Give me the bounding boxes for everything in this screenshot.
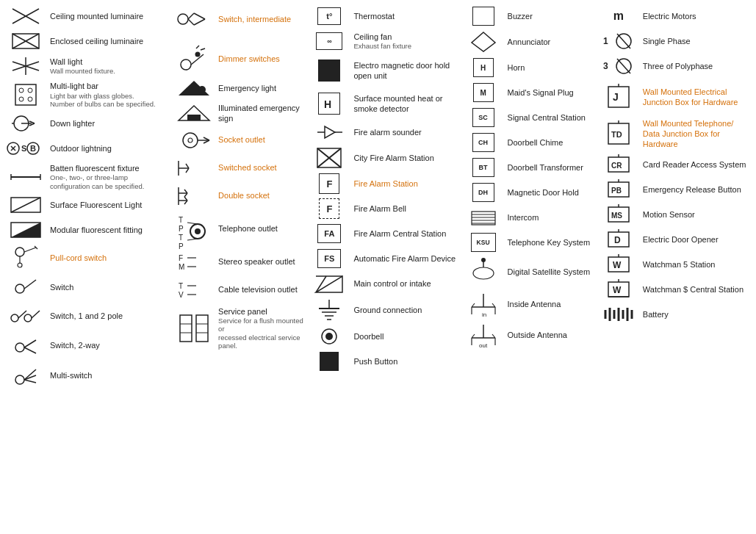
svg-line-85 xyxy=(187,223,198,224)
fire-alarm-station-label: Fire Alarm Station xyxy=(353,178,457,189)
surface-heat-label: Surface mounted heat or smoke detector xyxy=(353,93,457,115)
column-1: Ceiling mounted luminaire Enclosed ceili… xyxy=(3,6,171,389)
inside-antenna-icon: in xyxy=(464,291,503,317)
list-item: Multi-light bar Light bar with glass glo… xyxy=(6,81,168,109)
list-item: out Outside Antenna xyxy=(464,322,593,348)
buzzer-label: Buzzer xyxy=(508,11,593,21)
surface-heat-icon: H xyxy=(309,93,349,115)
switch-12pole-icon xyxy=(6,303,46,328)
outside-antenna-icon: out xyxy=(464,322,503,348)
list-item: Illuminated emergency sign xyxy=(174,103,303,124)
wall-light-icon xyxy=(6,56,46,76)
svg-text:F: F xyxy=(179,254,183,262)
ground-connection-label: Ground connection xyxy=(353,305,457,315)
svg-text:T: T xyxy=(179,216,183,224)
svg-line-51 xyxy=(188,19,194,25)
list-item: Switch, intermediate xyxy=(174,6,303,32)
magnetic-door-label: Magnetic Door Hold xyxy=(508,187,593,198)
ceiling-fan-icon: ∞ xyxy=(309,32,349,50)
svg-text:M: M xyxy=(179,263,184,271)
push-button-label: Push Button xyxy=(353,356,457,367)
city-fire-alarm-label: City Fire Alarm Station xyxy=(353,153,457,163)
svg-text:J: J xyxy=(613,91,619,103)
ceiling-luminaire-icon xyxy=(6,6,46,26)
horn-icon: H xyxy=(464,58,503,77)
signal-central-label: Signal Central Station xyxy=(508,112,593,123)
svg-text:V: V xyxy=(179,291,184,299)
surface-fluorescent-icon xyxy=(6,195,46,215)
dimmer-switches-icon xyxy=(174,44,214,73)
outside-antenna-label: Outside Antenna xyxy=(508,330,593,340)
svg-line-57 xyxy=(196,46,199,48)
column-3: t° Thermostat ∞ Ceiling fan Exhaust fan … xyxy=(306,6,460,389)
auto-fire-alarm-icon: FS xyxy=(309,249,349,268)
svg-point-63 xyxy=(183,133,198,148)
list-item: Switch, 2-way xyxy=(6,333,168,358)
battery-label: Battery xyxy=(643,309,750,320)
socket-outlet-icon xyxy=(174,129,214,152)
svg-point-56 xyxy=(195,52,201,57)
horn-label: Horn xyxy=(508,62,593,73)
multilight-bar-label: Multi-light bar Light bar with glass glo… xyxy=(50,81,168,108)
doorbell-chime-label: Doorbell Chime xyxy=(508,137,593,148)
electric-door-label: Electric Door Opener xyxy=(643,234,750,245)
list-item: Surface Fluorescent Light xyxy=(6,195,168,215)
double-socket-label: Double socket xyxy=(218,190,303,201)
list-item: F M Stereo speaker outlet xyxy=(174,250,303,274)
svg-point-42 xyxy=(15,343,24,352)
annunciator-icon xyxy=(464,31,503,53)
svg-line-70 xyxy=(186,164,189,168)
list-item: T V Cable television outlet xyxy=(174,278,303,302)
em-door-icon xyxy=(309,59,349,82)
list-item: Doorbell xyxy=(309,326,457,347)
svg-text:T: T xyxy=(179,234,183,242)
list-item: KSU Telephone Key System xyxy=(464,232,593,253)
list-item: Wall light Wall mounted fixture. xyxy=(6,56,168,76)
list-item: in Inside Antenna xyxy=(464,291,593,317)
svg-text:P: P xyxy=(179,225,184,233)
list-item: DH Magnetic Door Hold xyxy=(464,182,593,203)
svg-point-11 xyxy=(19,97,24,101)
svg-point-64 xyxy=(188,138,192,142)
svg-text:S: S xyxy=(21,144,26,153)
list-item: Switch, 1 and 2 pole xyxy=(6,303,168,328)
svg-rect-146 xyxy=(608,87,629,107)
watchmans-station-label: Watchman 5 Station xyxy=(643,259,750,270)
svg-marker-117 xyxy=(472,32,495,51)
list-item: F Fire Alarm Bell xyxy=(309,198,457,219)
column-4: Buzzer Annunciator H Horn xyxy=(461,6,596,389)
list-item: Buzzer xyxy=(464,6,593,26)
svg-line-44 xyxy=(24,347,36,353)
list-item: t° Thermostat xyxy=(309,6,457,26)
svg-line-28 xyxy=(11,198,40,212)
modular-fluorescent-label: Modular fluorescent fitting xyxy=(50,225,168,235)
down-lighter-label: Down lighter xyxy=(50,118,168,129)
list-item: Double socket xyxy=(174,184,303,208)
illuminated-emergency-icon xyxy=(174,103,214,123)
battery-icon xyxy=(599,304,638,325)
svg-point-125 xyxy=(481,258,486,262)
card-reader-icon: CR xyxy=(599,154,638,175)
list-item: 3 Three of Polyphase xyxy=(599,56,750,76)
telephone-key-label: Telephone Key System xyxy=(508,237,593,248)
svg-text:H: H xyxy=(324,98,331,110)
list-item: Emergency light xyxy=(174,78,303,98)
magnetic-door-icon: DH xyxy=(464,183,503,202)
svg-text:in: in xyxy=(482,311,486,318)
svg-text:PB: PB xyxy=(611,187,622,195)
list-item: MS Motion Sensor xyxy=(599,204,750,225)
telephone-key-icon: KSU xyxy=(464,233,503,252)
watchmans-central-icon: W xyxy=(599,279,638,300)
list-item: Ground connection xyxy=(309,298,457,322)
electric-motors-icon: m xyxy=(599,10,638,23)
list-item: F Fire Alarm Station xyxy=(309,173,457,194)
emergency-light-icon xyxy=(174,78,214,98)
socket-outlet-label: Socket outlet xyxy=(218,134,303,145)
svg-text:1: 1 xyxy=(603,36,608,46)
wall-junction-icon: J xyxy=(599,84,638,110)
list-item: Switch xyxy=(6,275,168,299)
telephone-outlet-label: Telephone outlet xyxy=(218,223,303,234)
svg-point-10 xyxy=(28,88,32,93)
svg-rect-62 xyxy=(187,115,201,120)
list-item: Electro magnetic door hold open unit xyxy=(309,56,457,85)
